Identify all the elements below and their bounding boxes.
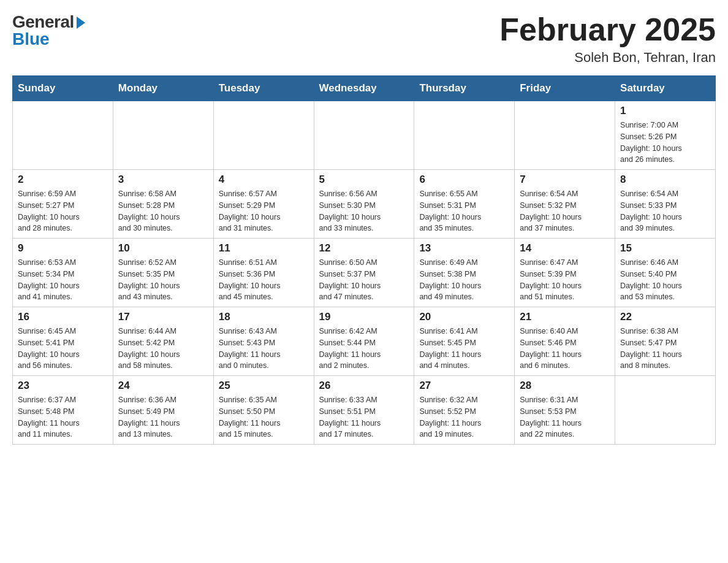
day-number: 3 <box>118 174 208 186</box>
calendar-cell <box>314 101 414 170</box>
day-info: Sunrise: 6:53 AMSunset: 5:34 PMDaylight:… <box>18 257 108 303</box>
calendar-cell <box>515 101 615 170</box>
day-number: 13 <box>419 242 509 255</box>
col-tuesday: Tuesday <box>213 76 314 101</box>
day-info: Sunrise: 6:49 AMSunset: 5:38 PMDaylight:… <box>419 257 509 303</box>
day-info: Sunrise: 6:37 AMSunset: 5:48 PMDaylight:… <box>18 394 108 440</box>
day-number: 4 <box>219 174 309 186</box>
col-saturday: Saturday <box>615 76 716 101</box>
calendar-cell <box>615 376 716 445</box>
day-info: Sunrise: 6:35 AMSunset: 5:50 PMDaylight:… <box>219 394 309 440</box>
day-number: 21 <box>520 311 610 323</box>
calendar-cell: 19Sunrise: 6:42 AMSunset: 5:44 PMDayligh… <box>314 307 414 376</box>
logo: General Blue <box>12 12 85 49</box>
day-info: Sunrise: 6:50 AMSunset: 5:37 PMDaylight:… <box>319 257 409 303</box>
calendar-cell: 5Sunrise: 6:56 AMSunset: 5:30 PMDaylight… <box>314 170 414 239</box>
day-info: Sunrise: 6:46 AMSunset: 5:40 PMDaylight:… <box>620 257 710 303</box>
calendar-cell <box>13 101 113 170</box>
day-info: Sunrise: 6:32 AMSunset: 5:52 PMDaylight:… <box>419 394 509 440</box>
col-sunday: Sunday <box>13 76 113 101</box>
logo-blue-text: Blue <box>12 29 50 49</box>
calendar-cell: 4Sunrise: 6:57 AMSunset: 5:29 PMDaylight… <box>213 170 314 239</box>
day-info: Sunrise: 6:45 AMSunset: 5:41 PMDaylight:… <box>18 326 108 372</box>
calendar-cell: 2Sunrise: 6:59 AMSunset: 5:27 PMDaylight… <box>13 170 113 239</box>
week-row-2: 2Sunrise: 6:59 AMSunset: 5:27 PMDaylight… <box>13 170 716 239</box>
page-header: General Blue February 2025 Soleh Bon, Te… <box>12 12 716 66</box>
day-info: Sunrise: 6:40 AMSunset: 5:46 PMDaylight:… <box>520 326 610 372</box>
calendar-table: Sunday Monday Tuesday Wednesday Thursday… <box>12 75 716 445</box>
calendar-cell: 13Sunrise: 6:49 AMSunset: 5:38 PMDayligh… <box>414 239 515 307</box>
day-info: Sunrise: 6:41 AMSunset: 5:45 PMDaylight:… <box>419 326 509 372</box>
calendar-cell: 14Sunrise: 6:47 AMSunset: 5:39 PMDayligh… <box>515 239 615 307</box>
calendar-cell: 8Sunrise: 6:54 AMSunset: 5:33 PMDaylight… <box>615 170 716 239</box>
day-number: 7 <box>520 174 610 186</box>
calendar-cell: 11Sunrise: 6:51 AMSunset: 5:36 PMDayligh… <box>213 239 314 307</box>
day-number: 10 <box>118 242 208 255</box>
calendar-cell: 3Sunrise: 6:58 AMSunset: 5:28 PMDaylight… <box>113 170 213 239</box>
day-info: Sunrise: 6:54 AMSunset: 5:32 PMDaylight:… <box>520 188 610 234</box>
day-number: 23 <box>18 380 108 392</box>
day-info: Sunrise: 6:51 AMSunset: 5:36 PMDaylight:… <box>219 257 309 303</box>
calendar-header-row: Sunday Monday Tuesday Wednesday Thursday… <box>13 76 716 101</box>
calendar-cell <box>414 101 515 170</box>
day-number: 11 <box>219 242 309 255</box>
day-number: 22 <box>620 311 710 323</box>
calendar-cell: 1Sunrise: 7:00 AMSunset: 5:26 PMDaylight… <box>615 101 716 170</box>
calendar-cell: 28Sunrise: 6:31 AMSunset: 5:53 PMDayligh… <box>515 376 615 445</box>
day-number: 28 <box>520 380 610 392</box>
day-number: 20 <box>419 311 509 323</box>
col-thursday: Thursday <box>414 76 515 101</box>
day-number: 12 <box>319 242 409 255</box>
calendar-cell: 6Sunrise: 6:55 AMSunset: 5:31 PMDaylight… <box>414 170 515 239</box>
week-row-3: 9Sunrise: 6:53 AMSunset: 5:34 PMDaylight… <box>13 239 716 307</box>
day-info: Sunrise: 6:42 AMSunset: 5:44 PMDaylight:… <box>319 326 409 372</box>
calendar-cell: 18Sunrise: 6:43 AMSunset: 5:43 PMDayligh… <box>213 307 314 376</box>
day-number: 5 <box>319 174 409 186</box>
calendar-cell: 7Sunrise: 6:54 AMSunset: 5:32 PMDaylight… <box>515 170 615 239</box>
day-info: Sunrise: 6:56 AMSunset: 5:30 PMDaylight:… <box>319 188 409 234</box>
week-row-4: 16Sunrise: 6:45 AMSunset: 5:41 PMDayligh… <box>13 307 716 376</box>
day-number: 18 <box>219 311 309 323</box>
day-info: Sunrise: 6:52 AMSunset: 5:35 PMDaylight:… <box>118 257 208 303</box>
day-number: 15 <box>620 242 710 255</box>
calendar-cell: 16Sunrise: 6:45 AMSunset: 5:41 PMDayligh… <box>13 307 113 376</box>
title-block: February 2025 Soleh Bon, Tehran, Iran <box>499 12 716 66</box>
day-number: 17 <box>118 311 208 323</box>
calendar-cell: 27Sunrise: 6:32 AMSunset: 5:52 PMDayligh… <box>414 376 515 445</box>
calendar-cell: 10Sunrise: 6:52 AMSunset: 5:35 PMDayligh… <box>113 239 213 307</box>
calendar-cell: 17Sunrise: 6:44 AMSunset: 5:42 PMDayligh… <box>113 307 213 376</box>
day-info: Sunrise: 6:55 AMSunset: 5:31 PMDaylight:… <box>419 188 509 234</box>
calendar-cell: 15Sunrise: 6:46 AMSunset: 5:40 PMDayligh… <box>615 239 716 307</box>
calendar-cell: 26Sunrise: 6:33 AMSunset: 5:51 PMDayligh… <box>314 376 414 445</box>
day-info: Sunrise: 6:38 AMSunset: 5:47 PMDaylight:… <box>620 326 710 372</box>
day-info: Sunrise: 6:44 AMSunset: 5:42 PMDaylight:… <box>118 326 208 372</box>
week-row-5: 23Sunrise: 6:37 AMSunset: 5:48 PMDayligh… <box>13 376 716 445</box>
calendar-cell <box>213 101 314 170</box>
day-info: Sunrise: 6:57 AMSunset: 5:29 PMDaylight:… <box>219 188 309 234</box>
day-info: Sunrise: 7:00 AMSunset: 5:26 PMDaylight:… <box>620 120 710 166</box>
logo-arrow-icon <box>77 17 85 29</box>
day-number: 1 <box>620 105 710 117</box>
day-number: 9 <box>18 242 108 255</box>
day-info: Sunrise: 6:43 AMSunset: 5:43 PMDaylight:… <box>219 326 309 372</box>
calendar-cell: 24Sunrise: 6:36 AMSunset: 5:49 PMDayligh… <box>113 376 213 445</box>
day-number: 19 <box>319 311 409 323</box>
day-number: 2 <box>18 174 108 186</box>
day-number: 6 <box>419 174 509 186</box>
week-row-1: 1Sunrise: 7:00 AMSunset: 5:26 PMDaylight… <box>13 101 716 170</box>
calendar-cell: 9Sunrise: 6:53 AMSunset: 5:34 PMDaylight… <box>13 239 113 307</box>
col-wednesday: Wednesday <box>314 76 414 101</box>
day-number: 14 <box>520 242 610 255</box>
col-monday: Monday <box>113 76 213 101</box>
day-number: 27 <box>419 380 509 392</box>
day-number: 25 <box>219 380 309 392</box>
calendar-cell: 23Sunrise: 6:37 AMSunset: 5:48 PMDayligh… <box>13 376 113 445</box>
location-subtitle: Soleh Bon, Tehran, Iran <box>499 50 716 66</box>
day-info: Sunrise: 6:59 AMSunset: 5:27 PMDaylight:… <box>18 188 108 234</box>
day-info: Sunrise: 6:47 AMSunset: 5:39 PMDaylight:… <box>520 257 610 303</box>
day-info: Sunrise: 6:31 AMSunset: 5:53 PMDaylight:… <box>520 394 610 440</box>
day-number: 8 <box>620 174 710 186</box>
calendar-cell: 22Sunrise: 6:38 AMSunset: 5:47 PMDayligh… <box>615 307 716 376</box>
day-number: 24 <box>118 380 208 392</box>
day-number: 26 <box>319 380 409 392</box>
